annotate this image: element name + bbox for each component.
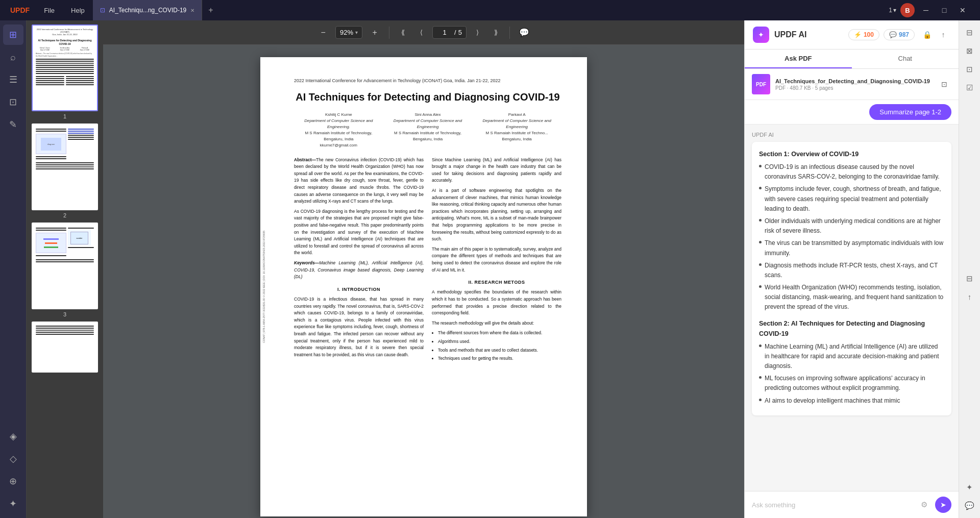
ai-ask-input[interactable]	[752, 501, 913, 509]
ai-bullet-item: Machine Learning (ML) and Artificial Int…	[759, 342, 944, 372]
far-icon-check[interactable]: ☑	[962, 80, 978, 96]
summarize-btn[interactable]: Summarize page 1-2	[869, 104, 951, 120]
prev-page-btn[interactable]: ⟨	[414, 26, 428, 40]
last-page-btn[interactable]: ⟫	[489, 26, 503, 40]
thumbnail-page-3[interactable]: scatter 3	[31, 223, 99, 317]
active-tab[interactable]: ⊡ AI_Techniqu...ng_COVID-19 ✕	[93, 0, 202, 20]
author-1: Kshitij C Kurne Department of Computer S…	[294, 112, 383, 149]
conference-info: 2022 International Conference for Advanc…	[294, 78, 561, 84]
pdf-main-title: AI Techniques for Detecting and Diagnosi…	[294, 90, 561, 104]
file-meta-label: PDF · 480.7 KB · 5 pages	[775, 85, 932, 91]
page-total: 5	[458, 29, 462, 36]
next-page-btn[interactable]: ⟩	[471, 26, 485, 40]
pdf-right-col: Since Machine Learning (ML) and Artifici…	[432, 157, 561, 365]
ai-lock-icon[interactable]: 🔒	[920, 28, 934, 42]
pdf-viewer: − 92% ▾ + ⟪ ⟨ / 5 ⟩ ⟫ 💬 CONAT | 978-1-	[103, 20, 744, 518]
ai-header: ✦ UPDF AI ⚡ 100 💬 987 🔒 ↑	[745, 20, 959, 50]
thumbnail-page-1[interactable]: 2022 International Conference for Advanc…	[31, 24, 99, 119]
sidebar-item-thumbnail[interactable]: ⊞	[3, 24, 23, 45]
tab-close-btn[interactable]: ✕	[190, 8, 194, 13]
ai-panel: ✦ UPDF AI ⚡ 100 💬 987 🔒 ↑ Ask PDF Chat	[744, 20, 959, 518]
ai-bullet-item: World Health Organization (WHO) recommen…	[759, 283, 944, 312]
file-details: AI_Techniques_for_Detecting_and_Diagnosi…	[775, 78, 932, 90]
ai-share-icon[interactable]: ↑	[936, 28, 950, 42]
section2-title: II. RESEARCH METODS	[432, 279, 561, 286]
far-icon-upload[interactable]: ↑	[962, 289, 978, 305]
author-3: Parkavi A Department of Computer Science…	[472, 112, 561, 149]
app-logo: UPDF	[4, 6, 36, 14]
far-icon-protect[interactable]: ⊡	[962, 61, 978, 78]
ai-bullet-item: COVID-19 is an infectious disease caused…	[759, 162, 944, 182]
first-page-btn[interactable]: ⟪	[396, 26, 410, 40]
author-2: Sini Anna Alex Department of Computer Sc…	[383, 112, 473, 149]
sidebar-item-outline[interactable]: ☰	[3, 69, 23, 90]
toolbar-separator-2	[509, 27, 510, 39]
credit-badge-1: ⚡ 100	[848, 29, 879, 40]
ai-logo-icon: ✦	[753, 27, 769, 43]
zoom-out-btn[interactable]: −	[315, 24, 331, 41]
summarize-area: Summarize page 1-2	[745, 100, 959, 125]
page-number-input[interactable]	[437, 29, 452, 36]
far-icon-extract[interactable]: ⊠	[962, 43, 978, 59]
pdf-page: CONAT | 978-1-6654-2577-3/22/$31.00 ©202…	[260, 57, 587, 516]
file-name-label: AI_Techniques_for_Detecting_and_Diagnosi…	[775, 78, 932, 85]
window-controls: 1 ▾ B ─ □ ✕	[883, 3, 976, 17]
sidebar-item-signature[interactable]: ✦	[3, 494, 23, 514]
new-tab-btn[interactable]: +	[202, 0, 219, 20]
thumbnail-page-2[interactable]: diagram	[31, 124, 99, 218]
sidebar-item-search[interactable]: ⌕	[3, 47, 23, 67]
sidebar-item-comment[interactable]: ⊡	[3, 92, 23, 112]
thumb-label-2: 2	[63, 212, 66, 218]
far-icon-ocr[interactable]: ⊟	[962, 24, 978, 41]
pdf-left-col: Abstract—The new Coronavirus infection (…	[294, 157, 424, 365]
pdf-content-area: CONAT | 978-1-6654-2577-3/22/$31.00 ©202…	[103, 45, 744, 518]
ai-panel-title: UPDF AI	[774, 30, 843, 39]
ai-bullet-list-1: COVID-19 is an infectious disease caused…	[759, 162, 944, 312]
ai-settings-icon[interactable]: ⚙	[917, 498, 931, 512]
file-type-icon: PDF	[752, 74, 770, 94]
comment-tool-btn[interactable]: 💬	[516, 24, 532, 41]
menu-help[interactable]: Help	[63, 0, 93, 20]
ai-response-area: UPDF AI Section 1: Overview of COVID-19 …	[745, 125, 959, 491]
ai-send-btn[interactable]: ➤	[935, 497, 951, 513]
thumbnail-panel: 2022 International Conference for Advanc…	[27, 20, 103, 518]
ai-section-title-2: Section 2: AI Techniques for Detecting a…	[759, 318, 944, 339]
copy-icon[interactable]: ⊡	[937, 77, 951, 91]
left-sidebar: ⊞ ⌕ ☰ ⊡ ✎ ◈ ◇ ⊕ ✦	[0, 20, 27, 518]
ai-credits: ⚡ 100 💬 987	[848, 29, 915, 40]
thumbnail-page-4[interactable]	[31, 322, 99, 373]
minimize-btn[interactable]: ─	[919, 3, 933, 17]
menu-file[interactable]: File	[36, 0, 63, 20]
far-icon-ai-chat[interactable]: ✦	[962, 479, 978, 496]
credit-icon-2: 💬	[889, 31, 897, 38]
pdf-body: Abstract—The new Coronavirus infection (…	[294, 157, 561, 365]
zoom-selector[interactable]: 92% ▾	[335, 26, 362, 39]
far-icon-copy-frame[interactable]: ⊟	[962, 270, 978, 287]
sidebar-item-attachments[interactable]: ⊕	[3, 471, 23, 491]
ai-bullet-list-2: Machine Learning (ML) and Artificial Int…	[759, 342, 944, 406]
thumb-label-1: 1	[63, 113, 66, 119]
sidebar-item-layers[interactable]: ◈	[3, 426, 23, 447]
tab-ask-pdf[interactable]: Ask PDF	[745, 50, 852, 68]
ai-source-label: UPDF AI	[752, 132, 951, 138]
sidebar-item-edit[interactable]: ✎	[3, 114, 23, 135]
zoom-in-btn[interactable]: +	[366, 24, 383, 41]
ai-bullet-item: The virus can be transmitted by asymptom…	[759, 238, 944, 258]
credit-badge-2: 💬 987	[884, 29, 915, 40]
far-icon-comment-bottom[interactable]: 💬	[962, 498, 978, 514]
main-layout: ⊞ ⌕ ☰ ⊡ ✎ ◈ ◇ ⊕ ✦ 2022 International Con…	[0, 20, 980, 518]
user-avatar[interactable]: B	[900, 3, 915, 17]
tab-label: AI_Techniqu...ng_COVID-19	[109, 7, 186, 14]
tab-file-icon: ⊡	[100, 7, 105, 14]
tab-bar: File Help ⊡ AI_Techniqu...ng_COVID-19 ✕ …	[36, 0, 883, 20]
tab-chat[interactable]: Chat	[852, 50, 959, 68]
ai-response-box: Section 1: Overview of COVID-19 COVID-19…	[752, 142, 951, 415]
ai-header-actions: 🔒 ↑	[920, 28, 950, 42]
far-right-panel: ⊟ ⊠ ⊡ ☑ ⊟ ↑ ✦ 💬	[959, 20, 980, 518]
sidebar-item-bookmark[interactable]: ◇	[3, 449, 23, 469]
maximize-btn[interactable]: □	[937, 3, 951, 17]
file-info-bar: PDF AI_Techniques_for_Detecting_and_Diag…	[745, 69, 959, 100]
toolbar-separator	[389, 27, 389, 39]
authors-block: Kshitij C Kurne Department of Computer S…	[294, 112, 561, 149]
close-btn[interactable]: ✕	[955, 3, 970, 17]
